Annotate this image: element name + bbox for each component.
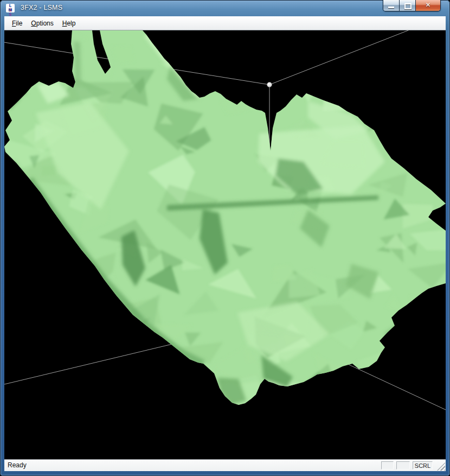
status-message: Ready (8, 461, 27, 469)
resize-grip-icon[interactable] (437, 462, 445, 471)
maximize-icon (404, 3, 412, 9)
status-bar: Ready SCRL (4, 459, 446, 471)
minimize-icon (388, 7, 394, 8)
status-indicator-scrl: SCRL (413, 461, 433, 469)
app-icon[interactable]: LSMS (6, 4, 15, 12)
menu-item-options[interactable]: Options (27, 16, 57, 30)
close-button[interactable]: ✕ (416, 0, 440, 11)
menu-item-help[interactable]: Help (58, 16, 80, 30)
render-viewport[interactable] (4, 30, 446, 459)
menu-bar: FileOptionsHelp (4, 16, 446, 30)
status-indicators: SCRL (381, 461, 433, 469)
molecular-surface-scene (4, 30, 446, 459)
status-indicator-blank-2 (396, 461, 410, 469)
window-controls: ✕ (383, 0, 441, 11)
status-indicator-blank-1 (381, 461, 394, 469)
close-icon: ✕ (416, 0, 440, 10)
menu-item-file[interactable]: File (8, 16, 27, 30)
corner-vertex-marker[interactable] (267, 82, 272, 87)
app-window: LSMS 3FX2 - LSMS ✕ FileOptionsHelp (0, 0, 450, 476)
minimize-button[interactable] (383, 0, 400, 11)
title-bar[interactable]: LSMS 3FX2 - LSMS ✕ (0, 0, 450, 16)
maximize-button[interactable] (400, 0, 416, 11)
window-title: 3FX2 - LSMS (21, 0, 62, 16)
